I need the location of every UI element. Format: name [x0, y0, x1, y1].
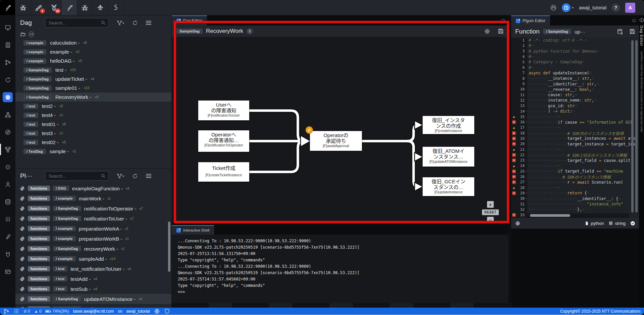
code-line[interactable]: 13········gce_id: str¬	[511, 103, 639, 109]
dag-list-item[interactable]: / testtest2 -v2	[15, 102, 171, 111]
dag-list-item[interactable]: / examplehelloDAG -v3	[15, 56, 171, 65]
rail-item-dag-icon[interactable]	[0, 141, 15, 158]
plugin-search[interactable]	[45, 171, 109, 181]
globe-icon[interactable]	[154, 308, 160, 314]
dag-list-item[interactable]: / SampleDagsample01 -v13	[15, 83, 171, 92]
function-list-item[interactable]: functions/ testtestAdd -v4	[15, 274, 171, 284]
plugin-refresh-button[interactable]	[132, 173, 138, 179]
dag-refresh-button[interactable]	[132, 20, 138, 26]
rail-item-sitemap-icon[interactable]	[0, 106, 15, 123]
info-icon[interactable]	[515, 221, 520, 226]
code-line[interactable]: ×25▾············if target_field == "mach…	[511, 169, 639, 174]
rail-item-compass-icon[interactable]	[0, 123, 15, 141]
interactive-shell-output[interactable]: ...Connecting To : 10.98.53.222:9000(10.…	[172, 235, 508, 303]
flow-node-operator-notification[interactable]: Operatorへ の障害通知…[F]notificationToOperato…	[198, 130, 249, 152]
function-list-item[interactable]: functions/ SampleDagupdateInstance -v15	[15, 304, 171, 308]
code-line[interactable]: 9········__identifier__: str,¬	[511, 81, 639, 86]
function-list-item[interactable]: functions/ examplepreparationWorkA -v1	[15, 224, 171, 234]
code-line[interactable]: 4#¬	[511, 54, 639, 59]
editor-horizontal-scroll-track[interactable]	[527, 213, 629, 218]
silverfish-icon[interactable]	[62, 0, 77, 15]
flow-node-user-notification[interactable]: Userへ の障害通知[F]notificationToUser	[198, 101, 249, 120]
dag-list-item[interactable]: / examplecaluculation -v6	[15, 38, 171, 47]
flow-node-recovery-atom-update[interactable]: 復旧_ATOMイ ンスタンス…[F]updateATOMInstance	[423, 147, 474, 167]
zoom-out-button[interactable]: −	[487, 217, 494, 223]
code-line[interactable]: ×19················target_instances = aw…	[511, 136, 639, 141]
function-list-item[interactable]: functions/ SampleDagrecoveryWork -v1	[15, 244, 171, 254]
code-line[interactable]: ×23················target_field = cause.…	[511, 158, 639, 163]
rail-item-keypad-icon[interactable]	[0, 210, 15, 228]
code-line[interactable]: 8········__instance__: str,¬	[511, 76, 639, 81]
dag-list-item[interactable]: / testtest3 -v1	[15, 129, 171, 138]
mosquito-icon[interactable]	[93, 0, 108, 15]
rail-item-atom-icon[interactable]	[0, 88, 15, 106]
rail-item-database-icon[interactable]	[0, 193, 15, 210]
mite-icon[interactable]	[77, 0, 93, 15]
editor-horizontal-scroll-thumb[interactable]	[530, 214, 570, 217]
code-line[interactable]: ×20················target_instance = tar…	[511, 141, 639, 147]
code-editor[interactable]: 1# -*- coding: utf-8 -*-¬2#¬3# python Fu…	[511, 38, 639, 218]
code-line[interactable]: ×29▾················return {¬	[511, 190, 639, 196]
code-line[interactable]: ▲28············¬	[511, 185, 639, 190]
function-list-item[interactable]: functions/ testtest_notificationToUser -…	[15, 264, 171, 274]
code-line[interactable]: 7async def updateInstance(¬	[511, 70, 639, 76]
rail-item-document-icon[interactable]	[0, 36, 15, 54]
save-icon[interactable]	[498, 28, 504, 34]
tab-plugin-editor[interactable]: Plguin Editor	[511, 15, 550, 25]
code-line[interactable]: ▲21············¬	[511, 147, 639, 152]
code-line[interactable]: ×22················# SDKとGCEのインスタンス情報	[511, 152, 639, 158]
code-line[interactable]: 30▾····················__identifier__: {…	[511, 196, 639, 201]
code-line[interactable]: ▲17············¬	[511, 125, 639, 130]
function-list-item[interactable]: functions/ SampleDagnotificationToOperat…	[15, 203, 171, 213]
code-line[interactable]: ×18················# SDK内のインスタンスを取得	[511, 130, 639, 136]
function-list-item[interactable]: functions/ testtestSub -v4	[15, 284, 171, 294]
dag-list-item[interactable]: / testtest02 -v5	[15, 138, 171, 147]
check-circle-icon[interactable]	[630, 221, 635, 226]
tab-dag-editor[interactable]: Dag Editor	[172, 15, 207, 25]
dag-list-item[interactable]: / testtest01 -v6	[15, 120, 171, 129]
plugin-menu-button[interactable]	[146, 174, 151, 178]
shield-icon[interactable]	[164, 308, 170, 314]
zoom-in-button[interactable]: +	[487, 201, 494, 208]
fold-caret-icon[interactable]: ▾	[525, 121, 528, 124]
code-line[interactable]: 12········instance_name: str,¬	[511, 98, 639, 103]
help-button[interactable]: ?	[612, 4, 620, 12]
save-icon[interactable]	[629, 28, 635, 35]
plugin-list-scrollbar[interactable]	[168, 222, 170, 272]
info-icon[interactable]: i	[640, 18, 644, 22]
flow-node-recovery-instance-create[interactable]: 復旧_インスタ ンスの作成[F]createInstance	[423, 116, 474, 134]
dag-topology-dropdown[interactable]: ▾	[117, 20, 124, 26]
plugin-topology-dropdown[interactable]: ▾	[117, 173, 124, 179]
reset-button[interactable]: RESET	[482, 209, 499, 215]
code-line[interactable]: 6#¬	[511, 65, 639, 70]
dag-list-item[interactable]: / testtest4 -v1	[15, 111, 171, 120]
code-line[interactable]: ×26··············# SDKのインスタンス情報	[511, 174, 639, 179]
dag-list-item[interactable]: / exampleexample -v2	[15, 47, 171, 56]
link-icon[interactable]	[108, 0, 123, 15]
fold-caret-icon[interactable]: ▾	[525, 197, 528, 200]
code-line[interactable]: 14▾········) -> dict:¬	[511, 109, 639, 114]
dag-menu-button[interactable]	[146, 21, 151, 25]
warning-count[interactable]: ▲ 0	[34, 309, 42, 314]
collapsed-panel-title[interactable]: Dag Editor	[640, 25, 644, 46]
code-line[interactable]: ×27················r = await Scenario.ru…	[511, 180, 639, 185]
rail-item-plug-icon[interactable]	[0, 245, 15, 263]
export-table-icon[interactable]	[617, 28, 623, 35]
branch-icon[interactable]	[3, 308, 9, 314]
function-list-item[interactable]: functions/ examplesampleAdd -v14	[15, 254, 171, 264]
dag-list-item[interactable]: / SampleDagtest -v10	[15, 65, 171, 74]
beetle-icon[interactable]: 22	[46, 0, 62, 15]
dag-list-item[interactable]: / TestDagsample -v1	[15, 147, 171, 156]
fold-caret-icon[interactable]: ▾	[525, 110, 528, 113]
function-list-item[interactable]: functions/ examplemainWork -v1	[15, 193, 171, 203]
code-line[interactable]: 32····················},¬	[511, 207, 639, 212]
rail-item-monitor-icon[interactable]	[0, 19, 15, 36]
avatar[interactable]: A	[625, 3, 635, 13]
code-line[interactable]: 10········__reverse__: bool,¬	[511, 87, 639, 92]
code-line[interactable]: 1# -*- coding: utf-8 -*-¬	[511, 38, 639, 43]
dag-search[interactable]	[45, 18, 109, 27]
editor-vertical-scrollbar[interactable]	[635, 40, 638, 212]
editor-minimap-scrollbar[interactable]	[631, 40, 634, 212]
code-line[interactable]: 3# python Function for Qmonus¬	[511, 49, 639, 54]
right-collapsed-strip[interactable]: i Dag Editor workflow model that distrib…	[639, 15, 644, 308]
